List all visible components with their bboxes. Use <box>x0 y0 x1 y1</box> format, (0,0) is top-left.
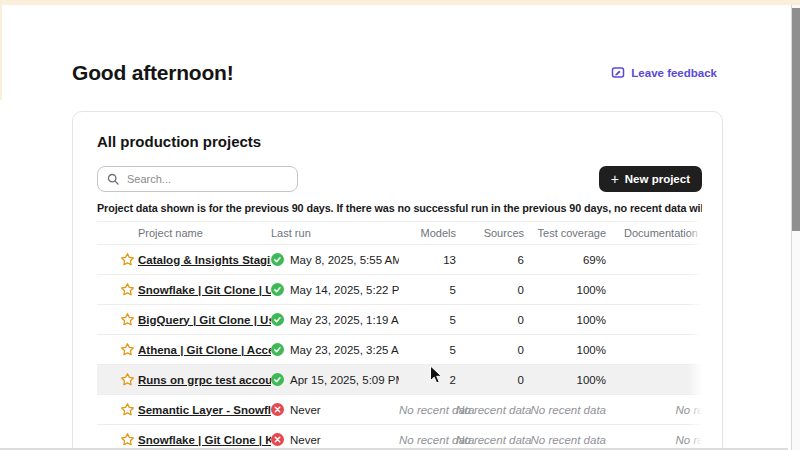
table-row[interactable]: Catalog & Insights Staging... May 8, 202… <box>97 244 702 274</box>
project-link[interactable]: BigQuery | Git Clone | User... <box>138 314 271 326</box>
test-coverage-value: 100% <box>524 344 606 356</box>
run-success-icon <box>271 373 284 386</box>
home-page: Good afternoon! Leave feedback All produ… <box>0 0 800 450</box>
test-coverage-value: No recent data <box>524 434 606 446</box>
project-link[interactable]: Snowflake | Git Clone | Use... <box>138 284 271 296</box>
table-row-hovered[interactable]: Runs on grpc test account Apr 15, 2025, … <box>97 364 702 394</box>
last-run-value: May 23, 2025, 1:19 AM BS <box>290 314 399 326</box>
column-header-project-name: Project name <box>138 227 271 239</box>
project-link[interactable]: Runs on grpc test account <box>138 374 271 386</box>
column-header-sources: Sources <box>456 227 524 239</box>
column-header-models: Models <box>399 227 456 239</box>
run-success-icon <box>271 253 284 266</box>
run-success-icon <box>271 343 284 356</box>
star-icon[interactable] <box>120 312 135 327</box>
card-toolbar: + New project <box>97 166 702 192</box>
project-link[interactable]: Catalog & Insights Staging... <box>138 254 271 266</box>
test-coverage-value: 100% <box>524 314 606 326</box>
data-range-notice: Project data shown is for the previous 9… <box>97 202 702 214</box>
leave-feedback-link[interactable]: Leave feedback <box>611 66 717 80</box>
run-never-icon <box>271 433 284 446</box>
star-icon[interactable] <box>120 402 135 417</box>
models-value: No recent data <box>399 404 456 416</box>
plus-icon: + <box>611 172 619 186</box>
search-box[interactable] <box>97 166 298 192</box>
sources-value: 0 <box>456 314 524 326</box>
models-value: 5 <box>399 284 456 296</box>
column-header-documentation-coverage: Documentation coverage <box>606 227 702 239</box>
sources-value: 6 <box>456 254 524 266</box>
search-icon <box>107 173 119 185</box>
window-top-edge <box>0 0 800 5</box>
star-icon[interactable] <box>120 282 135 297</box>
sources-value: 0 <box>456 284 524 296</box>
table-row[interactable]: Semantic Layer - Snowflake Never No rece… <box>97 394 702 424</box>
last-run-value: Never <box>290 434 321 446</box>
projects-card: All production projects + New project Pr… <box>72 111 723 450</box>
models-value: 5 <box>399 344 456 356</box>
models-value: 13 <box>399 254 456 266</box>
star-icon[interactable] <box>120 432 135 447</box>
scrollbar-thumb[interactable] <box>792 8 800 231</box>
table-header-row: Project name Last run Models Sources Tes… <box>97 221 702 244</box>
models-value: 5 <box>399 314 456 326</box>
projects-table: Project name Last run Models Sources Tes… <box>97 221 702 450</box>
models-value: 2 <box>399 374 456 386</box>
page-header: Good afternoon! Leave feedback <box>72 60 717 85</box>
run-success-icon <box>271 283 284 296</box>
column-header-last-run: Last run <box>271 227 399 239</box>
star-icon[interactable] <box>120 252 135 267</box>
new-project-button[interactable]: + New project <box>599 166 702 192</box>
table-row[interactable]: BigQuery | Git Clone | User... May 23, 2… <box>97 304 702 334</box>
sources-value: 0 <box>456 374 524 386</box>
window-left-edge <box>0 0 2 100</box>
project-link[interactable]: Semantic Layer - Snowflake <box>138 404 271 416</box>
search-input[interactable] <box>125 172 288 186</box>
table-row[interactable]: Snowflake | Git Clone | Use... May 14, 2… <box>97 274 702 304</box>
card-title: All production projects <box>97 133 702 150</box>
run-never-icon <box>271 403 284 416</box>
table-row[interactable]: Snowflake | Git Clone | Key... Never No … <box>97 424 702 450</box>
documentation-coverage-value: No recent data <box>606 434 702 446</box>
models-value: No recent data <box>399 434 456 446</box>
sources-value: No recent data <box>456 404 524 416</box>
last-run-value: May 8, 2025, 5:55 AM BS <box>290 254 399 266</box>
table-row[interactable]: Athena | Git Clone | Acces... May 23, 20… <box>97 334 702 364</box>
test-coverage-value: No recent data <box>524 404 606 416</box>
column-header-test-coverage: Test coverage <box>524 227 606 239</box>
sources-value: No recent data <box>456 434 524 446</box>
star-icon[interactable] <box>120 372 135 387</box>
test-coverage-value: 69% <box>524 254 606 266</box>
feedback-icon <box>611 66 625 80</box>
page-title: Good afternoon! <box>72 61 233 85</box>
leave-feedback-label: Leave feedback <box>631 67 717 79</box>
run-success-icon <box>271 313 284 326</box>
last-run-value: May 14, 2025, 5:22 PM BS <box>290 284 399 296</box>
project-link[interactable]: Athena | Git Clone | Acces... <box>138 344 271 356</box>
test-coverage-value: 100% <box>524 374 606 386</box>
star-icon[interactable] <box>120 342 135 357</box>
page-scrollbar[interactable] <box>791 0 800 450</box>
test-coverage-value: 100% <box>524 284 606 296</box>
new-project-label: New project <box>625 173 690 185</box>
last-run-value: May 23, 2025, 3:25 AM B <box>290 344 399 356</box>
last-run-value: Apr 15, 2025, 5:09 PM BS <box>290 374 399 386</box>
documentation-coverage-value: No recent data <box>606 404 702 416</box>
last-run-value: Never <box>290 404 321 416</box>
project-link[interactable]: Snowflake | Git Clone | Key... <box>138 434 271 446</box>
sources-value: 0 <box>456 344 524 356</box>
